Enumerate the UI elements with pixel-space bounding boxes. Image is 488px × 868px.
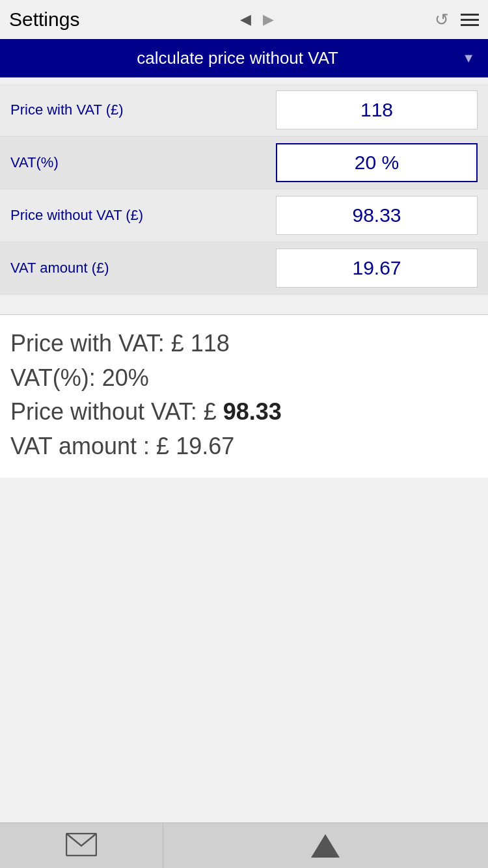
nav-arrows: ◀ ▶ (240, 11, 274, 28)
email-button[interactable] (0, 823, 163, 868)
price-without-vat-row: Price without VAT (£) (0, 189, 488, 242)
vat-amount-input (276, 249, 478, 288)
chevron-down-icon: ▼ (462, 51, 475, 66)
undo-icon[interactable]: ↺ (435, 10, 449, 30)
price-with-vat-input[interactable] (276, 90, 478, 129)
vat-percent-row: VAT(%) (0, 137, 488, 189)
mode-dropdown[interactable]: calculate price without VAT ▼ (0, 39, 488, 77)
summary-line-3-value: 98.33 (223, 398, 282, 425)
vat-percent-input[interactable] (276, 143, 478, 182)
price-with-vat-label: Price with VAT (£) (10, 102, 276, 118)
back-arrow[interactable]: ◀ (240, 11, 251, 28)
email-icon (66, 833, 97, 859)
header: Settings ◀ ▶ ↺ (0, 0, 488, 39)
page-title: Settings (9, 8, 79, 31)
upload-icon (311, 834, 340, 858)
summary-line-2: VAT(%): 20% (10, 362, 478, 394)
bottom-bar (0, 822, 488, 868)
summary-line-3: Price without VAT: £ 98.33 (10, 396, 478, 428)
summary-area: Price with VAT: £ 118 VAT(%): 20% Price … (0, 315, 488, 478)
vat-percent-label: VAT(%) (10, 154, 276, 171)
vat-amount-row: VAT amount (£) (0, 242, 488, 295)
price-with-vat-row: Price with VAT (£) (0, 84, 488, 137)
menu-icon[interactable] (461, 14, 479, 26)
summary-line-4: VAT amount : £ 19.67 (10, 431, 478, 463)
header-icons: ↺ (435, 10, 479, 30)
forward-arrow[interactable]: ▶ (263, 11, 274, 28)
upload-button[interactable] (163, 823, 488, 868)
form-area: Price with VAT (£) VAT(%) Price without … (0, 77, 488, 301)
summary-line-3-prefix: Price without VAT: £ (10, 398, 223, 425)
summary-line-1: Price with VAT: £ 118 (10, 328, 478, 360)
price-without-vat-label: Price without VAT (£) (10, 207, 276, 224)
price-without-vat-input (276, 196, 478, 235)
mode-label: calculate price without VAT (13, 48, 462, 68)
email-svg-icon (66, 833, 97, 856)
vat-amount-label: VAT amount (£) (10, 260, 276, 277)
